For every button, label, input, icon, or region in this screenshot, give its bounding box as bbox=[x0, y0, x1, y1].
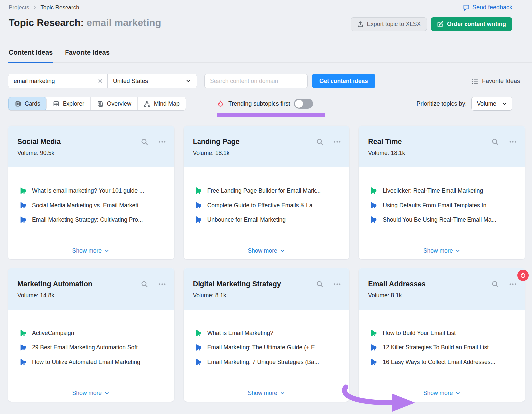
search-icon[interactable] bbox=[140, 138, 149, 146]
headline-item[interactable]: Email Marketing Strategy: Cultivating Pr… bbox=[19, 216, 168, 224]
megaphone-icon bbox=[370, 344, 377, 351]
view-explorer-button[interactable]: Explorer bbox=[47, 97, 91, 110]
more-options-icon[interactable] bbox=[158, 138, 166, 146]
megaphone-icon bbox=[370, 202, 377, 209]
chevron-down-icon bbox=[185, 78, 191, 84]
headline-item[interactable]: 16 Easy Ways to Collect Email Addresses.… bbox=[370, 358, 518, 366]
view-mindmap-button[interactable]: Mind Map bbox=[138, 97, 186, 110]
country-select[interactable]: United States bbox=[108, 78, 197, 85]
cards-icon bbox=[14, 100, 21, 107]
card-volume: Volume: 90.5k bbox=[17, 150, 166, 157]
send-feedback-link[interactable]: Send feedback bbox=[463, 4, 512, 11]
card-volume: Volume: 8.1k bbox=[368, 292, 517, 299]
headline-item[interactable]: Unbounce for Email Marketing bbox=[195, 216, 343, 224]
show-more-link[interactable]: Show more bbox=[359, 247, 525, 254]
trending-fire-badge bbox=[517, 270, 529, 281]
more-options-icon[interactable] bbox=[158, 280, 166, 288]
prioritize-select[interactable]: Volume bbox=[471, 97, 512, 111]
view-cards-button[interactable]: Cards bbox=[8, 97, 47, 110]
megaphone-icon bbox=[19, 358, 27, 366]
topic-card-real-time: Real Time Volume: 18.1k Liveclicker: Rea… bbox=[359, 126, 525, 259]
search-icon[interactable] bbox=[140, 280, 149, 288]
tab-favorite-ideas[interactable]: Favorite Ideas bbox=[65, 49, 110, 62]
megaphone-icon bbox=[19, 202, 27, 209]
controls-row: Cards Explorer Overview Mind Map Trendin… bbox=[8, 97, 532, 111]
megaphone-icon bbox=[195, 187, 202, 194]
show-more-link[interactable]: Show more bbox=[8, 247, 174, 254]
more-options-icon[interactable] bbox=[509, 138, 517, 146]
headline-item[interactable]: Social Media Marketing vs. Email Marketi… bbox=[19, 201, 168, 209]
headline-item[interactable]: How to Build Your Email List bbox=[370, 329, 518, 337]
headline-item[interactable]: 29 Best Email Marketing Automation Soft.… bbox=[19, 344, 168, 351]
headline-item[interactable]: 12 Killer Strategies To Build an Email L… bbox=[370, 344, 518, 351]
megaphone-icon bbox=[19, 329, 27, 337]
flame-icon bbox=[217, 100, 224, 108]
export-topic-button[interactable]: Export topic to XLSX bbox=[351, 17, 427, 31]
headline-item[interactable]: What is Email Marketing? bbox=[195, 329, 343, 337]
search-icon[interactable] bbox=[491, 138, 499, 146]
chevron-down-icon bbox=[502, 101, 507, 107]
megaphone-icon bbox=[19, 187, 27, 194]
megaphone-icon bbox=[195, 216, 202, 223]
topic-card-marketing-automation: Marketing Automation Volume: 14.8k Activ… bbox=[8, 268, 174, 402]
top-bar: Projects Topic Research Send feedback bbox=[9, 4, 512, 11]
export-upload-icon bbox=[357, 21, 364, 28]
megaphone-icon bbox=[370, 329, 377, 337]
trending-toggle-switch[interactable] bbox=[294, 99, 313, 109]
headline-item[interactable]: Complete Guide to Effective Emails & La.… bbox=[195, 201, 343, 209]
megaphone-icon bbox=[370, 216, 377, 223]
megaphone-icon bbox=[195, 358, 202, 366]
search-icon[interactable] bbox=[316, 138, 324, 146]
view-overview-button[interactable]: Overview bbox=[91, 97, 138, 110]
headline-item[interactable]: Should You Be Using Real-Time Email Ma..… bbox=[370, 216, 518, 224]
show-more-link[interactable]: Show more bbox=[359, 390, 525, 397]
megaphone-icon bbox=[195, 202, 202, 209]
megaphone-icon bbox=[19, 344, 27, 351]
chevron-down-icon bbox=[280, 248, 285, 254]
chevron-down-icon bbox=[455, 248, 461, 254]
annotation-underline bbox=[217, 113, 325, 117]
show-more-link[interactable]: Show more bbox=[8, 390, 174, 397]
favorite-ideas-link[interactable]: Favorite Ideas bbox=[471, 74, 520, 88]
header: Topic Research: email marketing Export t… bbox=[9, 17, 512, 31]
headline-item[interactable]: ActiveCampaign bbox=[19, 329, 168, 337]
megaphone-icon bbox=[370, 187, 377, 194]
breadcrumb-projects[interactable]: Projects bbox=[9, 4, 29, 11]
show-more-link[interactable]: Show more bbox=[184, 247, 350, 254]
search-icon[interactable] bbox=[491, 280, 499, 288]
show-more-link[interactable]: Show more bbox=[184, 390, 350, 397]
sitemap-icon bbox=[144, 100, 151, 107]
chevron-down-icon bbox=[280, 390, 285, 396]
table-icon bbox=[53, 100, 60, 107]
megaphone-icon bbox=[19, 216, 27, 223]
topic-cards-grid: Social Media Volume: 90.5k What is email… bbox=[8, 126, 525, 402]
keyword-input[interactable]: email marketing bbox=[8, 78, 93, 85]
headline-item[interactable]: What is email marketing? Your 101 guide … bbox=[19, 187, 168, 195]
tab-content-ideas[interactable]: Content Ideas bbox=[9, 49, 53, 62]
order-content-writing-button[interactable]: Order content writing bbox=[431, 17, 512, 31]
breadcrumb: Projects Topic Research bbox=[9, 4, 79, 11]
chevron-down-icon bbox=[455, 390, 461, 396]
search-icon[interactable] bbox=[316, 280, 324, 288]
domain-search-input[interactable]: Search content on domain bbox=[204, 74, 308, 88]
more-options-icon[interactable] bbox=[333, 280, 341, 288]
headline-item[interactable]: Liveclicker: Real-Time Email Marketing bbox=[370, 187, 518, 195]
card-volume: Volume: 8.1k bbox=[193, 292, 342, 299]
chevron-down-icon bbox=[104, 390, 110, 396]
headline-item[interactable]: Free Landing Page Builder for Email Mark… bbox=[195, 187, 343, 195]
more-options-icon[interactable] bbox=[509, 280, 517, 288]
clear-keyword-icon[interactable] bbox=[93, 78, 107, 84]
list-icon bbox=[471, 78, 478, 85]
card-volume: Volume: 14.8k bbox=[17, 292, 166, 299]
get-content-ideas-button[interactable]: Get content ideas bbox=[312, 74, 375, 88]
headline-item[interactable]: Email Marketing: The Ultimate Guide (+ E… bbox=[195, 344, 343, 351]
more-options-icon[interactable] bbox=[333, 138, 341, 146]
headline-item[interactable]: How to Utilize Automated Email Marketing bbox=[19, 358, 168, 366]
tab-bar: Content Ideas Favorite Ideas bbox=[9, 49, 532, 63]
chat-bubble-icon bbox=[463, 4, 470, 11]
prioritize-label: Prioritize topics by: bbox=[417, 100, 467, 107]
page-title-query: email marketing bbox=[87, 17, 161, 28]
keyword-country-group: email marketing United States bbox=[8, 74, 197, 88]
headline-item[interactable]: Using Defaults From Email Templates In .… bbox=[370, 201, 518, 209]
headline-item[interactable]: Email Marketing: 7 Unique Strategies (Ba… bbox=[195, 358, 343, 366]
